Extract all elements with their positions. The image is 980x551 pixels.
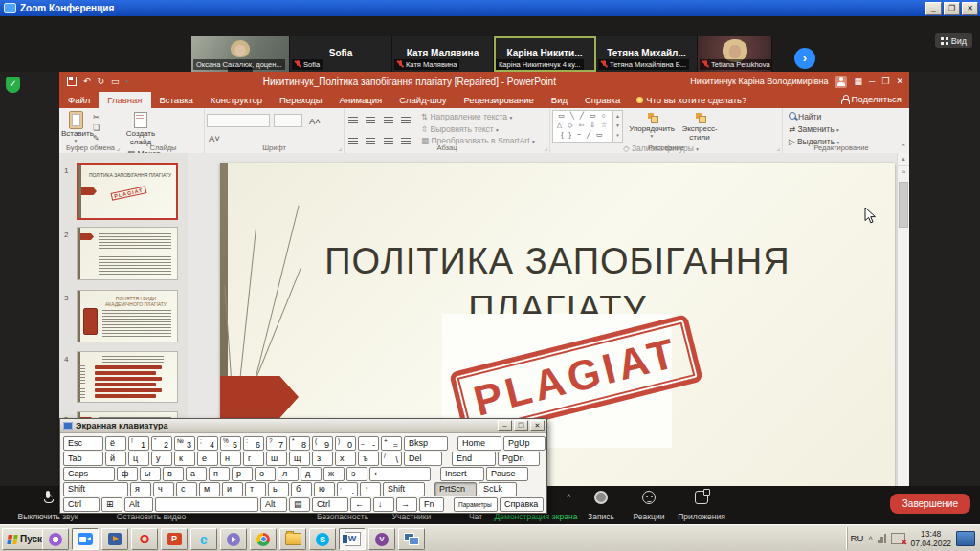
hidden-icons-chevron-icon[interactable]: ˄	[868, 534, 873, 542]
key-caps[interactable]: Caps	[63, 467, 115, 481]
key-э[interactable]: э	[346, 467, 368, 481]
key-space[interactable]	[155, 497, 258, 512]
avatar[interactable]	[835, 76, 847, 88]
key-5[interactable]: %5	[220, 436, 241, 451]
font-name-select[interactable]	[207, 114, 270, 127]
key-pgup[interactable]: PgUp	[503, 436, 546, 451]
key-esc[interactable]: Esc	[63, 436, 103, 451]
key-pause[interactable]: Pause	[486, 467, 528, 481]
show-desktop-icon[interactable]	[956, 531, 975, 546]
key-ж[interactable]: ж	[323, 467, 345, 481]
key-ё[interactable]: ё	[105, 436, 126, 451]
key-shift[interactable]: Shift	[383, 482, 425, 496]
taskbar-app-chrome[interactable]	[250, 528, 277, 550]
numbering-icon[interactable]	[366, 117, 375, 125]
key-arrow-right[interactable]: →	[396, 497, 417, 512]
key-г[interactable]: г	[243, 452, 264, 466]
key-pgdn[interactable]: PgDn	[498, 452, 540, 466]
grow-font-icon[interactable]: А˄	[309, 116, 321, 126]
key-с[interactable]: с	[176, 482, 197, 496]
key-х[interactable]: х	[335, 452, 356, 466]
key-menu[interactable]: ▤	[289, 497, 310, 512]
ribbon-options-icon[interactable]: ▦	[854, 77, 862, 86]
key-ш[interactable]: ш	[266, 452, 287, 466]
key-shift[interactable]: Shift	[63, 482, 128, 496]
key-ч[interactable]: ч	[153, 482, 174, 496]
key-е[interactable]: е	[197, 452, 218, 466]
key-в[interactable]: в	[163, 467, 184, 481]
key-space[interactable]: _-	[358, 436, 379, 451]
key-ы[interactable]: ы	[140, 467, 161, 481]
new-slide-button[interactable]: Создать слайд	[124, 110, 157, 146]
end-meeting-button[interactable]: Завершение	[890, 494, 970, 514]
participant-tile[interactable]: Оксана Сакалюк, доцен...	[191, 36, 290, 72]
key-1[interactable]: !1	[128, 436, 149, 451]
key-л[interactable]: л	[278, 467, 299, 481]
taskbar-app-powerpoint[interactable]: P	[161, 528, 188, 550]
participant-tile[interactable]: Катя МалявинаКатя Малявина	[392, 36, 494, 72]
ppt-minimize-icon[interactable]: ─	[869, 77, 875, 86]
arrange-button[interactable]: Упорядочить ▾	[627, 110, 677, 139]
taskbar-app-skype[interactable]: S	[309, 528, 336, 550]
text-direction-button[interactable]: ⇅ Направление текста ▾	[421, 112, 535, 123]
key-prtscn[interactable]: PrtScn	[434, 482, 477, 496]
key-arrow-left[interactable]: ←	[350, 497, 371, 512]
key-2[interactable]: "2	[151, 436, 172, 451]
taskbar-app-zoom[interactable]	[72, 528, 99, 550]
key-ю[interactable]: ю	[314, 482, 335, 496]
ribbon-tab-файл[interactable]: Файл	[59, 92, 99, 108]
key-ъ[interactable]: ъ	[358, 452, 379, 466]
osk-minimize-icon[interactable]: –	[498, 420, 512, 431]
dialog-launcher-icon[interactable]: ⌟	[545, 144, 547, 152]
share-button[interactable]: Поделиться	[841, 94, 902, 104]
key-win[interactable]: ⊞	[101, 497, 122, 512]
key-н[interactable]: н	[220, 452, 241, 466]
key-0[interactable]: )0	[335, 436, 356, 451]
key-alt[interactable]: Alt	[260, 497, 287, 512]
key-alt[interactable]: Alt	[124, 497, 153, 512]
key-8[interactable]: *8	[289, 436, 310, 451]
ribbon-tab-переходы[interactable]: Переходы	[271, 92, 331, 108]
key-space[interactable]: +=	[381, 436, 402, 451]
key-ф[interactable]: ф	[117, 467, 138, 481]
scroll-prev-slide-icon[interactable]: ≏	[898, 165, 909, 179]
slideshow-icon[interactable]: ▭	[111, 72, 120, 91]
key-а[interactable]: а	[186, 467, 207, 481]
taskbar-app-yandex-alice[interactable]	[42, 528, 69, 550]
copy-icon[interactable]: ❏	[93, 123, 100, 132]
taskbar-app-opera[interactable]: O	[131, 528, 158, 550]
taskbar-app-file-explorer[interactable]	[279, 528, 306, 550]
key-arrow-down[interactable]: ↓	[373, 497, 394, 512]
slide-thumbnail[interactable]: ПОНЯТТЯ І ВИДИ АКАДЕМІЧНОГО ПЛАГІАТУ	[77, 290, 178, 342]
cut-icon[interactable]: ✂	[93, 113, 100, 121]
key-и[interactable]: и	[222, 482, 243, 496]
next-participants-button[interactable]: ›	[794, 48, 815, 69]
key-з[interactable]: з	[312, 452, 333, 466]
slide-thumbnail[interactable]: ПОЛІТИКА ЗАПОБІГАННЯ ПЛАГІАТУPLAGIAT	[77, 163, 178, 220]
key-я[interactable]: я	[130, 482, 151, 496]
dialog-launcher-icon[interactable]: ⌟	[777, 144, 780, 152]
increase-indent-icon[interactable]	[401, 117, 411, 125]
taskbar-app-viber[interactable]: V	[368, 528, 395, 550]
participant-tile[interactable]: Тетяна Михайл...Тетяна Михайлівна Б...	[596, 36, 698, 72]
key-space[interactable]: ,.	[337, 482, 358, 496]
format-painter-icon[interactable]: ✎	[93, 134, 100, 143]
key-arrow-up[interactable]: ↑	[360, 482, 381, 496]
ribbon-tab-вставка[interactable]: Вставка	[151, 92, 202, 108]
key-9[interactable]: (9	[312, 436, 333, 451]
close-icon[interactable]: ✕	[962, 2, 978, 15]
key-enter[interactable]: ⟵	[369, 467, 431, 481]
ribbon-tab-анимация[interactable]: Анимация	[331, 92, 391, 108]
paste-button[interactable]: Вставить ▾	[61, 110, 90, 143]
vertical-scrollbar[interactable]: ▲ ≏	[897, 153, 909, 486]
key-ц[interactable]: ц	[128, 452, 149, 466]
key-fn[interactable]: Fn	[419, 497, 444, 512]
font-size-select[interactable]	[274, 114, 302, 127]
language-indicator[interactable]: RU	[851, 533, 864, 543]
replace-button[interactable]: ⇄ Заменить ▾	[789, 124, 898, 136]
slide-thumbnail[interactable]	[77, 351, 178, 403]
key-7[interactable]: ?7	[266, 436, 287, 451]
key-del[interactable]: Del	[404, 452, 442, 466]
key-т[interactable]: т	[245, 482, 266, 496]
key-4[interactable]: ;4	[197, 436, 218, 451]
